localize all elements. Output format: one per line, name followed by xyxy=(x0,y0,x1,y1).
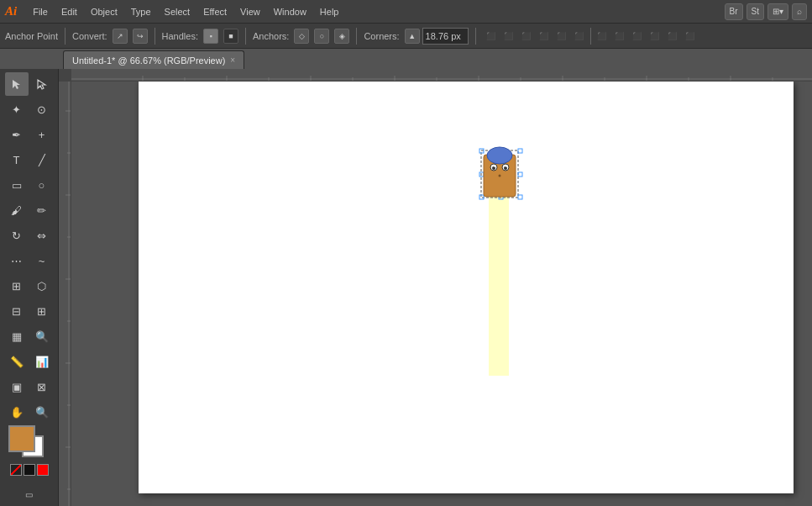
align-right[interactable]: ⬛ xyxy=(518,28,535,45)
ruler-vertical xyxy=(59,69,71,506)
convert-tool-arrow[interactable]: ↗ xyxy=(113,29,128,44)
svg-rect-9 xyxy=(518,195,522,199)
ellipse-tool[interactable]: ○ xyxy=(30,173,54,197)
mesh-tool[interactable]: ⊞ xyxy=(30,299,54,323)
distribute-center-v[interactable]: ⬛ xyxy=(664,28,681,45)
divider-1 xyxy=(65,28,65,45)
anchors-option[interactable]: ◈ xyxy=(334,29,349,44)
perspective-grid-tool[interactable]: ⊟ xyxy=(5,299,29,323)
tool-row-2: ✦ ⊙ xyxy=(5,98,54,121)
corners-label: Corners: xyxy=(364,31,399,41)
artboard-tool[interactable]: ▣ xyxy=(5,375,29,398)
corners-value-input[interactable] xyxy=(422,28,469,45)
left-toolbar: ✦ ⊙ ✒ + T ╱ ▭ ○ 🖌 ✏ ↻ ⇔ ⋯ ~ xyxy=(0,69,59,506)
reflect-tool[interactable]: ⇔ xyxy=(30,224,54,247)
graph-tool[interactable]: 📊 xyxy=(30,350,54,373)
shape-builder-tool[interactable]: ⬡ xyxy=(30,274,54,298)
align-center-v[interactable]: ⬛ xyxy=(553,28,570,45)
paintbrush-tool[interactable]: 🖌 xyxy=(5,198,29,222)
handles-square[interactable]: ■ xyxy=(223,29,238,44)
divider-3 xyxy=(245,28,246,45)
zoom-tool[interactable]: 🔍 xyxy=(30,400,54,424)
magic-wand-tool[interactable]: ✦ xyxy=(5,98,29,121)
distribute-top[interactable]: ⬛ xyxy=(647,28,663,45)
menu-window[interactable]: Window xyxy=(268,5,312,18)
main-layout: ✦ ⊙ ✒ + T ╱ ▭ ○ 🖌 ✏ ↻ ⇔ ⋯ ~ xyxy=(0,69,812,506)
tab-title: Untitled-1* @ 66.67% (RGB/Preview) xyxy=(72,55,225,66)
hand-tool[interactable]: ✋ xyxy=(5,400,29,424)
handles-label: Handles: xyxy=(162,31,198,41)
anchors-show[interactable]: ◇ xyxy=(294,29,309,44)
distribute-center-h[interactable]: ⬛ xyxy=(611,28,628,45)
direct-select-tool[interactable] xyxy=(30,72,54,96)
warp-tool[interactable]: ~ xyxy=(30,249,54,272)
fill-swatch[interactable] xyxy=(8,425,35,452)
free-transform-tool[interactable]: ⊞ xyxy=(5,274,29,298)
pencil-tool[interactable]: ✏ xyxy=(30,198,54,222)
distribute-bottom[interactable]: ⬛ xyxy=(682,28,699,45)
lasso-tool[interactable]: ⊙ xyxy=(30,98,54,121)
none-swatch[interactable] xyxy=(10,464,22,476)
gradient-tool[interactable]: ▦ xyxy=(5,324,29,348)
tool-row-8: ⋯ ~ xyxy=(5,249,54,272)
divider-4 xyxy=(356,28,357,45)
measure-tool[interactable]: 📏 xyxy=(5,350,29,373)
v-ruler-marks xyxy=(59,69,71,506)
menu-edit[interactable]: Edit xyxy=(55,5,83,18)
top-icon-group: Br St ⊞▾ ⌕ xyxy=(725,3,807,20)
anchors-label: Anchors: xyxy=(253,31,289,41)
align-top[interactable]: ⬛ xyxy=(536,28,553,45)
menu-object[interactable]: Object xyxy=(85,5,123,18)
line-tool[interactable]: ╱ xyxy=(30,148,54,171)
h-ruler-marks xyxy=(59,69,812,82)
add-anchor-tool[interactable]: + xyxy=(30,123,54,146)
tool-row-3: ✒ + xyxy=(5,123,54,146)
distribute-left[interactable]: ⬛ xyxy=(594,28,610,45)
divider-6 xyxy=(590,28,591,45)
rect-tool[interactable]: ▭ xyxy=(5,173,29,197)
menu-effect[interactable]: Effect xyxy=(197,5,233,18)
tab-close-btn[interactable]: × xyxy=(230,55,235,65)
divider-5 xyxy=(475,28,476,45)
workspace-icon-btn[interactable]: ⊞▾ xyxy=(767,3,788,20)
select-tool[interactable] xyxy=(5,72,29,96)
menu-bar: Ai File Edit Object Type Select Effect V… xyxy=(0,0,812,24)
red-swatch[interactable] xyxy=(37,464,49,476)
tool-row-1 xyxy=(5,72,54,96)
menu-type[interactable]: Type xyxy=(125,5,157,18)
svg-rect-4 xyxy=(518,149,522,153)
menu-view[interactable]: View xyxy=(234,5,266,18)
handles-icon[interactable]: ▪ xyxy=(203,29,218,44)
black-swatch[interactable] xyxy=(24,464,35,476)
svg-point-17 xyxy=(506,166,507,167)
rotate-tool[interactable]: ↻ xyxy=(5,224,29,247)
menu-file[interactable]: File xyxy=(27,5,54,18)
stock-icon-btn[interactable]: St xyxy=(747,3,764,20)
toast-character-svg xyxy=(466,132,533,376)
screen-mode-tool[interactable]: ▭ xyxy=(18,482,41,506)
eyedropper-tool[interactable]: 🔍 xyxy=(30,324,54,348)
align-center-h[interactable]: ⬛ xyxy=(500,28,517,45)
tool-row-5: ▭ ○ xyxy=(5,173,54,197)
bridge-icon-btn[interactable]: Br xyxy=(725,3,743,20)
distribute-right[interactable]: ⬛ xyxy=(629,28,646,45)
align-bottom[interactable]: ⬛ xyxy=(571,28,588,45)
pen-tool[interactable]: ✒ xyxy=(5,123,29,146)
menu-help[interactable]: Help xyxy=(314,5,345,18)
convert-tool-curve[interactable]: ↪ xyxy=(133,29,148,44)
anchors-hide[interactable]: ○ xyxy=(314,29,329,44)
blend-tool[interactable]: ⋯ xyxy=(5,249,29,272)
align-left[interactable]: ⬛ xyxy=(483,28,500,45)
document-tab[interactable]: Untitled-1* @ 66.67% (RGB/Preview) × xyxy=(63,50,244,69)
svg-point-16 xyxy=(494,166,495,167)
convert-label: Convert: xyxy=(72,31,107,41)
slice-tool[interactable]: ⊠ xyxy=(30,375,54,398)
tool-row-6: 🖌 ✏ xyxy=(5,198,54,222)
search-icon-btn[interactable]: ⌕ xyxy=(792,3,807,20)
anchor-point-label: Anchor Point xyxy=(5,31,58,41)
canvas-area[interactable] xyxy=(59,69,812,506)
menu-select[interactable]: Select xyxy=(159,5,196,18)
type-tool[interactable]: T xyxy=(5,148,29,171)
quick-color-buttons xyxy=(10,464,49,476)
corners-up-arrow[interactable]: ▲ xyxy=(405,29,420,44)
